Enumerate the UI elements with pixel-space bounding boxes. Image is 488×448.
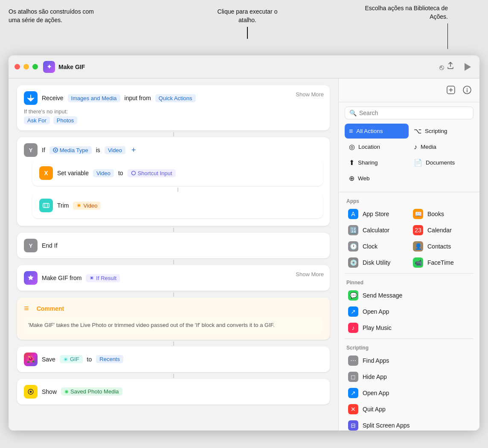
- set-variable-card: X Set variable Video to Shortcut Input: [32, 160, 323, 186]
- end-if-card: Y End If: [17, 233, 330, 258]
- receive-show-more[interactable]: Show More: [296, 91, 324, 98]
- make-gif-prefix: Make GIF from: [42, 275, 81, 281]
- svg-point-1: [131, 171, 135, 175]
- traffic-lights: [15, 64, 38, 69]
- set-var-prefix: Set variable: [57, 170, 89, 176]
- action-play-music[interactable]: ♪ Play Music: [345, 320, 473, 336]
- send-message-icon: 💬: [348, 290, 358, 301]
- sidebar-item-sharing[interactable]: ⬆ Sharing: [345, 155, 409, 170]
- receive-action-card: Show More Receive Images and Media input…: [17, 85, 330, 130]
- annotation-1: Os atalhos são construídos com uma série…: [9, 8, 94, 24]
- action-calculator[interactable]: 🔢 Calculator: [345, 222, 409, 238]
- save-to: to: [87, 356, 92, 363]
- info-button[interactable]: [461, 84, 473, 98]
- category-grid: ≡ All Actions ⌥ Scripting ◎ Location ♪ M…: [339, 124, 479, 189]
- action-split-screen[interactable]: ⊟ Split Screen Apps: [345, 417, 473, 431]
- svg-point-4: [78, 205, 80, 207]
- add-to-library-button[interactable]: [444, 84, 457, 98]
- set-var-tag1[interactable]: Video: [93, 169, 114, 177]
- if-condition-card: Y If Media Type is Video +: [17, 137, 330, 226]
- apps-section-label: Apps: [345, 195, 473, 206]
- sidebar-item-all-actions[interactable]: ≡ All Actions: [345, 124, 409, 139]
- receive-tag-quick-actions[interactable]: Quick Actions: [155, 94, 196, 102]
- show-card: Show Saved Photo Media: [17, 379, 330, 405]
- save-gif-row: 🌺 Save GIF to Recents: [24, 353, 323, 366]
- titlebar-actions: ⎋: [438, 60, 473, 74]
- action-disk-utility[interactable]: 💿 Disk Utility: [345, 254, 409, 271]
- scripting-icon: ⌥: [414, 127, 421, 135]
- sidebar-item-documents[interactable]: 📄 Documents: [410, 155, 473, 170]
- close-button[interactable]: [15, 64, 20, 69]
- action-facetime[interactable]: 📹 FaceTime: [410, 254, 473, 271]
- action-app-store[interactable]: A App Store: [345, 206, 409, 222]
- maximize-button[interactable]: [32, 64, 38, 69]
- if-media-type-tag[interactable]: Media Type: [49, 146, 92, 154]
- make-gif-show-more[interactable]: Show More: [296, 271, 324, 277]
- svg-point-12: [66, 390, 68, 393]
- minimize-button[interactable]: [23, 64, 29, 69]
- svg-rect-2: [43, 203, 49, 208]
- action-hide-app[interactable]: ◻ Hide App: [345, 369, 473, 385]
- search-input[interactable]: [359, 110, 469, 116]
- svg-point-15: [467, 88, 468, 89]
- set-var-to: to: [118, 170, 123, 176]
- save-tag1[interactable]: GIF: [60, 355, 83, 363]
- show-row: Show Saved Photo Media: [24, 385, 323, 399]
- svg-rect-6: [91, 277, 93, 279]
- search-icon: 🔍: [349, 110, 357, 116]
- action-clock[interactable]: 🕐 Clock: [345, 238, 409, 254]
- svg-point-10: [30, 390, 32, 393]
- run-button[interactable]: [462, 61, 473, 73]
- trim-card: Trim Video: [32, 193, 323, 218]
- action-find-apps[interactable]: ⋯ Find Apps: [345, 353, 473, 369]
- sidebar-item-web[interactable]: ⊕ Web: [345, 171, 409, 186]
- all-actions-icon: ≡: [349, 127, 353, 135]
- make-gif-row: Make GIF from If Result: [24, 271, 323, 285]
- main-window: ✦ Make GIF ⎋ Show More: [9, 55, 479, 431]
- annotation-2: Clique para executar o atalho.: [209, 8, 286, 39]
- if-icon: Y: [24, 143, 38, 157]
- end-if-label: End If: [42, 242, 58, 249]
- photos-tag[interactable]: Photos: [53, 116, 77, 124]
- sharing-icon: ⬆: [349, 159, 354, 167]
- if-is-label: is: [96, 147, 100, 153]
- annotation-3: Escolha ações na Biblioteca de Ações.: [363, 4, 448, 49]
- pinned-section-label: Pinned: [345, 276, 473, 287]
- action-send-message[interactable]: 💬 Send Message: [345, 287, 473, 303]
- save-prefix: Save: [42, 356, 55, 363]
- comment-card: ≡ Comment 'Make GIF' takes the Live Phot…: [17, 298, 330, 340]
- make-gif-tag1[interactable]: If Result: [86, 274, 120, 282]
- action-books[interactable]: 📖 Books: [410, 206, 473, 222]
- show-tag1[interactable]: Saved Photo Media: [61, 387, 122, 396]
- if-video-tag[interactable]: Video: [105, 146, 125, 154]
- if-no-input-label: If there's no input:: [24, 108, 323, 115]
- trim-row: Trim Video: [39, 199, 316, 212]
- actions-list: Apps A App Store 📖 Books 🔢: [339, 195, 479, 431]
- share-button[interactable]: ⎋: [438, 60, 456, 74]
- ask-for-tag[interactable]: Ask For: [24, 116, 50, 124]
- search-bar[interactable]: 🔍: [345, 107, 473, 119]
- save-tag2[interactable]: Recents: [96, 355, 123, 363]
- set-var-tag2[interactable]: Shortcut Input: [128, 169, 176, 177]
- split-screen-icon: ⊟: [348, 420, 358, 431]
- action-calendar[interactable]: 23 Calendar: [410, 222, 473, 238]
- trim-tag1[interactable]: Video: [73, 202, 101, 210]
- action-open-app-2[interactable]: ↗ Open App: [345, 385, 473, 401]
- make-gif-card: Show More Make GIF from If Result: [17, 265, 330, 291]
- svg-point-8: [65, 358, 67, 360]
- save-gif-icon: 🌺: [24, 353, 38, 366]
- end-if-icon: Y: [24, 239, 38, 252]
- if-action-row: Y If Media Type is Video +: [24, 143, 323, 157]
- receive-tag-images[interactable]: Images and Media: [68, 94, 120, 102]
- action-contacts[interactable]: 👤 Contacts: [410, 238, 473, 254]
- if-add-button[interactable]: +: [131, 146, 136, 155]
- sidebar-item-media[interactable]: ♪ Media: [410, 139, 473, 154]
- media-icon: ♪: [414, 143, 417, 151]
- sidebar-item-location[interactable]: ◎ Location: [345, 139, 409, 154]
- window-title: Make GIF: [58, 64, 85, 70]
- action-open-app[interactable]: ↗ Open App: [345, 303, 473, 320]
- apps-row-3: 🕐 Clock 👤 Contacts: [345, 238, 473, 254]
- action-quit-app[interactable]: ✕ Quit App: [345, 401, 473, 417]
- sidebar-item-scripting[interactable]: ⌥ Scripting: [410, 124, 473, 139]
- if-prefix: If: [42, 147, 45, 153]
